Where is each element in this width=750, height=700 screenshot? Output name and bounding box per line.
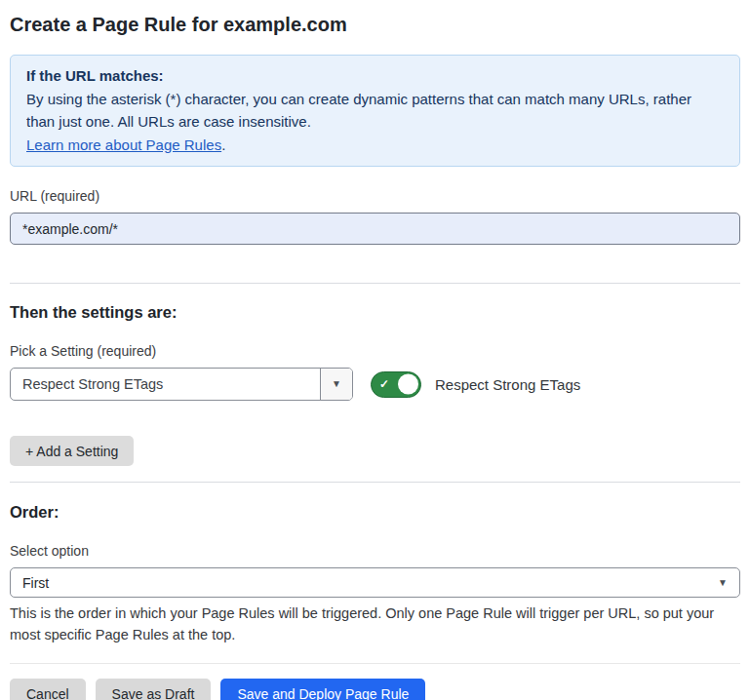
section-divider [10,482,740,483]
setting-row: Respect Strong ETags ▼ ✓ Respect Strong … [10,368,740,401]
toggle-knob [398,374,418,395]
order-select[interactable]: First ▼ [10,567,740,598]
section-divider [10,283,740,284]
setting-select[interactable]: Respect Strong ETags ▼ [10,368,353,401]
chevron-down-icon: ▼ [332,379,341,389]
toggle-label: Respect Strong ETags [435,376,580,393]
url-field-label: URL (required) [10,188,740,205]
chevron-down-icon: ▼ [718,578,728,588]
order-select-label: Select option [10,543,740,560]
info-box-link-line: Learn more about Page Rules. [26,134,724,157]
save-and-deploy-button[interactable]: Save and Deploy Page Rule [220,679,425,700]
order-section-heading: Order: [10,502,740,522]
footer-divider [10,663,740,664]
settings-section-heading: Then the settings are: [10,302,740,322]
page-title: Create a Page Rule for example.com [10,12,740,37]
url-match-info-box: If the URL matches: By using the asteris… [10,55,740,167]
cancel-button[interactable]: Cancel [10,679,86,700]
learn-more-link[interactable]: Learn more about Page Rules [26,136,221,153]
order-help-text: This is the order in which your Page Rul… [10,603,740,645]
info-box-heading: If the URL matches: [26,64,724,88]
url-input[interactable] [10,213,740,245]
create-page-rule-panel: Create a Page Rule for example.com If th… [0,12,750,700]
pick-setting-label: Pick a Setting (required) [10,343,740,360]
setting-select-arrow-box[interactable]: ▼ [320,369,352,400]
setting-select-value: Respect Strong ETags [11,369,320,400]
order-select-value: First [22,575,718,591]
save-as-draft-button[interactable]: Save as Draft [96,679,212,700]
footer-actions: Cancel Save as Draft Save and Deploy Pag… [10,679,740,700]
check-icon: ✓ [379,377,389,391]
info-box-body: By using the asterisk (*) character, you… [26,88,724,134]
setting-toggle[interactable]: ✓ [371,371,421,398]
link-suffix: . [221,136,225,153]
add-setting-button[interactable]: + Add a Setting [10,436,134,466]
